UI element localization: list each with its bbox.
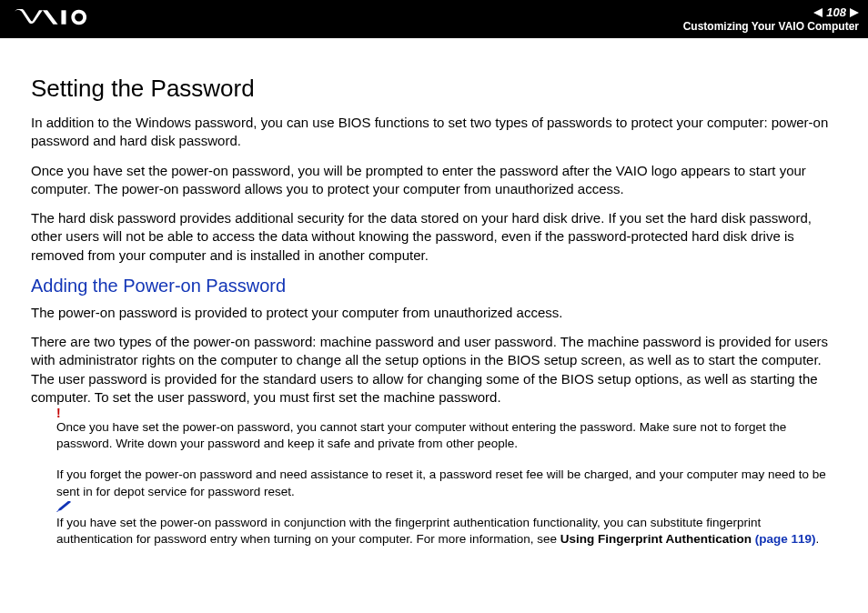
svg-rect-0 (61, 10, 66, 24)
next-page-arrow-icon[interactable] (850, 8, 859, 17)
note-text: Once you have set the power-on password,… (56, 420, 786, 450)
section-heading: Adding the Power-on Password (31, 276, 837, 296)
svg-marker-1 (813, 8, 823, 17)
pencil-icon (56, 498, 73, 517)
paragraph: Once you have set the power-on password,… (31, 162, 837, 199)
paragraph: There are two types of the power-on pass… (31, 333, 837, 407)
warning-note: If you forget the power-on password and … (56, 467, 837, 499)
paragraph: In addition to the Windows password, you… (31, 114, 837, 151)
header-right: 108 Customizing Your VAIO Computer (683, 5, 859, 33)
breadcrumb: Customizing Your VAIO Computer (683, 20, 859, 33)
info-note: If you have set the power-on password in… (56, 515, 837, 548)
warning-icon: ! (56, 405, 61, 422)
svg-marker-2 (850, 8, 859, 17)
page-number: 108 (826, 5, 846, 19)
page-title: Setting the Password (31, 75, 837, 103)
note-text: If you forget the power-on password and … (56, 467, 826, 497)
prev-page-arrow-icon[interactable] (813, 8, 823, 17)
page-link[interactable]: (page 119) (755, 532, 816, 546)
header-bar: 108 Customizing Your VAIO Computer (0, 0, 868, 38)
note-suffix: . (816, 532, 820, 546)
note-bold: Using Fingerprint Authentication (560, 532, 755, 546)
page-content: Setting the Password In addition to the … (0, 38, 868, 566)
paragraph: The hard disk password provides addition… (31, 209, 837, 265)
paragraph: The power-on password is provided to pro… (31, 304, 837, 322)
vaio-logo (15, 9, 108, 29)
pager: 108 (813, 5, 859, 19)
warning-note: ! Once you have set the power-on passwor… (56, 419, 837, 452)
